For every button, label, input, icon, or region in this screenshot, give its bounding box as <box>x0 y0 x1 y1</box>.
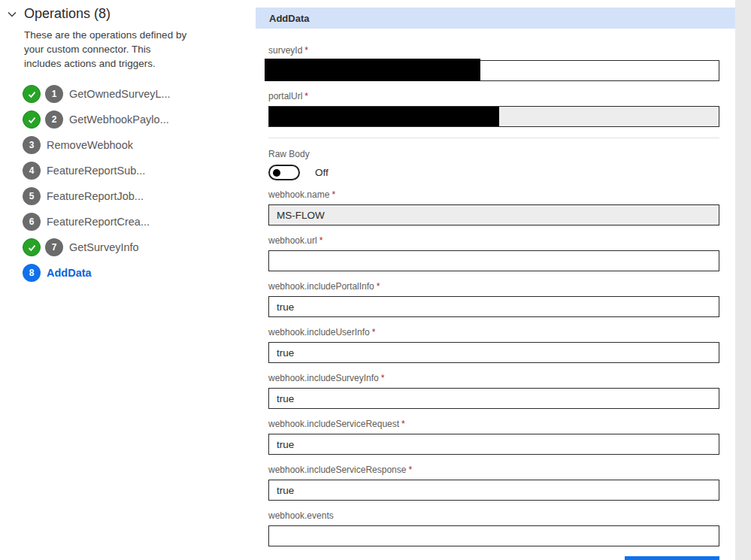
toggle-knob <box>273 169 280 177</box>
operations-list: 1 GetOwnedSurveyL... 2 GetWebhookPaylo..… <box>23 81 251 286</box>
field-label-text: webhook.includeUserInfo <box>268 327 370 338</box>
chevron-down-icon[interactable] <box>6 8 18 20</box>
operation-number-badge: 1 <box>45 85 63 103</box>
field-label-text: webhook.name <box>268 189 329 200</box>
webhook-events-input[interactable] <box>268 525 719 546</box>
input-wrapper <box>268 204 719 226</box>
operations-description: These are the operations defined by your… <box>24 28 189 71</box>
input-wrapper <box>268 480 719 501</box>
operations-title: Operations (8) <box>24 6 111 22</box>
field-label: webhook.url* <box>268 235 719 246</box>
field-webhook-includeuserinfo: webhook.includeUserInfo* <box>268 327 719 363</box>
panel-header-bar: AddData <box>256 8 735 29</box>
page-gutter <box>735 0 751 560</box>
field-webhook-includeportalinfo: webhook.includePortalInfo* <box>268 281 719 317</box>
operation-item-getsurveyinfo[interactable]: 7 GetSurveyInfo <box>23 235 251 260</box>
raw-body-toggle-row: Off <box>268 165 719 180</box>
raw-body-toggle[interactable] <box>268 165 300 180</box>
raw-body-label: Raw Body <box>268 149 719 159</box>
test-operation-panel: AddData surveyId* portalUrl* R <box>256 8 735 560</box>
operation-number-badge: 4 <box>23 162 41 180</box>
redaction-box <box>269 107 499 126</box>
operation-item-getownedsurveyl[interactable]: 1 GetOwnedSurveyL... <box>23 81 251 107</box>
operation-number-badge: 6 <box>23 213 41 231</box>
operations-sidebar: Operations (8) These are the operations … <box>6 6 251 286</box>
check-icon <box>23 110 41 129</box>
input-wrapper <box>268 434 719 455</box>
redaction-box <box>265 59 480 81</box>
test-operation-button[interactable]: Test operation <box>625 556 719 560</box>
required-mark: * <box>408 465 412 475</box>
webhook-includeserviceresponse-input[interactable] <box>268 480 719 501</box>
toggle-state-label: Off <box>315 167 329 178</box>
field-raw-body: Raw Body Off <box>268 149 719 180</box>
field-surveyid: surveyId* <box>268 45 719 81</box>
operation-number-badge: 5 <box>23 187 41 205</box>
operation-label: GetOwnedSurveyL... <box>69 88 171 100</box>
operation-label: AddData <box>47 267 92 279</box>
field-label: webhook.includeSurveyInfo* <box>268 373 719 383</box>
required-mark: * <box>304 91 308 101</box>
field-label-text: surveyId <box>268 45 302 56</box>
required-mark: * <box>332 189 335 200</box>
operation-item-removewebhook[interactable]: 3 RemoveWebhook <box>23 132 251 158</box>
field-label-text: portalUrl <box>268 91 302 101</box>
check-icon <box>23 85 41 103</box>
input-wrapper <box>268 296 719 317</box>
field-label-text: webhook.events <box>268 510 334 521</box>
field-label: webhook.events <box>268 510 719 521</box>
panel-body: surveyId* portalUrl* Raw Body <box>256 29 735 560</box>
operation-number-badge: 8 <box>23 264 41 282</box>
field-label-text: webhook.includeServiceRequest <box>268 419 399 429</box>
operations-header[interactable]: Operations (8) <box>6 6 251 22</box>
operation-item-featurereportsub[interactable]: 4 FeatureReportSub... <box>23 158 251 183</box>
operation-label: FeatureReportJob... <box>47 190 144 202</box>
field-portalurl: portalUrl* <box>268 91 719 127</box>
operation-label: GetWebhookPaylo... <box>69 114 169 126</box>
required-mark: * <box>401 419 405 429</box>
operation-number-badge: 7 <box>45 238 63 256</box>
panel-title: AddData <box>269 13 309 24</box>
field-webhook-url: webhook.url* <box>268 235 719 271</box>
field-label: webhook.includePortalInfo* <box>268 281 719 292</box>
field-label-text: webhook.url <box>268 235 317 246</box>
operation-number-badge: 3 <box>23 136 41 154</box>
webhook-name-input[interactable] <box>268 204 719 226</box>
field-webhook-includeserviceresponse: webhook.includeServiceResponse* <box>268 465 719 501</box>
section-divider <box>268 138 719 138</box>
button-row: Test operation <box>268 556 719 560</box>
field-label: webhook.includeServiceResponse* <box>268 465 719 475</box>
input-wrapper <box>268 342 719 363</box>
webhook-includeuserinfo-input[interactable] <box>268 342 719 363</box>
operation-item-featurereportcrea[interactable]: 6 FeatureReportCrea... <box>23 209 251 235</box>
field-label: webhook.includeUserInfo* <box>268 327 719 338</box>
webhook-includeportalinfo-input[interactable] <box>268 296 719 317</box>
field-webhook-includesurveyinfo: webhook.includeSurveyInfo* <box>268 373 719 409</box>
required-mark: * <box>381 373 385 383</box>
field-label: portalUrl* <box>268 91 719 101</box>
field-webhook-includeservicerequest: webhook.includeServiceRequest* <box>268 419 719 455</box>
operation-item-getwebhookpaylo[interactable]: 2 GetWebhookPaylo... <box>23 107 251 132</box>
operation-number-badge: 2 <box>45 110 63 129</box>
input-wrapper <box>268 250 719 271</box>
field-label-text: webhook.includeServiceResponse <box>268 465 406 475</box>
webhook-url-input[interactable] <box>268 250 719 271</box>
operation-label: FeatureReportCrea... <box>47 216 150 228</box>
field-label-text: webhook.includeSurveyInfo <box>268 373 379 383</box>
operation-item-adddata[interactable]: 8 AddData <box>23 260 251 286</box>
field-label: surveyId* <box>268 45 719 56</box>
webhook-includesurveyinfo-input[interactable] <box>268 388 719 409</box>
operation-label: RemoveWebhook <box>47 139 133 151</box>
field-label-text: webhook.includePortalInfo <box>268 281 374 292</box>
operation-item-featurereportjob[interactable]: 5 FeatureReportJob... <box>23 183 251 209</box>
operation-label: GetSurveyInfo <box>69 241 139 253</box>
input-wrapper <box>268 388 719 409</box>
required-mark: * <box>377 281 380 292</box>
field-label: webhook.name* <box>268 189 719 200</box>
input-wrapper <box>268 106 719 127</box>
input-wrapper <box>268 525 719 546</box>
operation-label: FeatureReportSub... <box>47 165 145 177</box>
field-webhook-name: webhook.name* <box>268 189 719 226</box>
required-mark: * <box>372 327 376 338</box>
webhook-includeservicerequest-input[interactable] <box>268 434 719 455</box>
